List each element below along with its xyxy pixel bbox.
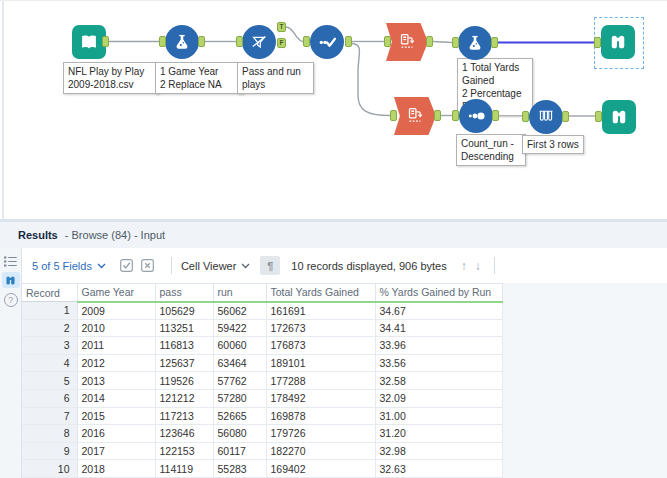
crosstab-tool-2[interactable] <box>394 97 436 135</box>
connection-select-crosstab2[interactable] <box>352 44 390 116</box>
data-cell[interactable]: 52665 <box>213 407 266 425</box>
crosstab2-output-anchor[interactable] <box>434 110 441 121</box>
browse1-input-anchor[interactable] <box>594 37 601 48</box>
data-cell[interactable]: 2015 <box>77 407 155 425</box>
data-cell[interactable]: 178492 <box>266 389 375 407</box>
formula1-output-anchor[interactable] <box>198 36 205 47</box>
fields-selector[interactable]: 5 of 5 Fields <box>32 260 106 272</box>
data-cell[interactable]: 116813 <box>155 337 213 355</box>
select-input-anchor[interactable] <box>303 36 310 47</box>
scroll-down-button[interactable]: ↓ <box>475 259 481 273</box>
data-cell[interactable]: 60117 <box>213 442 266 460</box>
data-cell[interactable]: 55283 <box>213 460 266 478</box>
data-cell[interactable]: 169878 <box>266 407 375 425</box>
filter-input-anchor[interactable] <box>236 36 243 47</box>
formula2-output-anchor[interactable] <box>491 37 498 48</box>
data-cell[interactable]: 121212 <box>155 389 213 407</box>
data-cell[interactable]: 179726 <box>266 425 375 443</box>
column-header[interactable]: Total Yards Gained <box>266 284 375 302</box>
annotation-formula1[interactable]: 1 Game Year 2 Replace NA <box>155 62 244 94</box>
data-cell[interactable]: 2014 <box>77 389 155 407</box>
data-cell[interactable]: 123646 <box>155 425 213 443</box>
row-number-cell[interactable]: 10 <box>22 460 77 478</box>
data-cell[interactable]: 31.00 <box>375 407 502 425</box>
row-number-cell[interactable]: 4 <box>22 354 77 372</box>
filter-tool[interactable] <box>242 25 276 59</box>
data-cell[interactable]: 2016 <box>77 425 155 443</box>
row-number-cell[interactable]: 6 <box>22 389 77 407</box>
data-view-button[interactable] <box>2 272 20 288</box>
data-cell[interactable]: 105629 <box>155 302 213 320</box>
crosstab1-output-anchor[interactable] <box>426 36 433 47</box>
filter-false-anchor[interactable]: F <box>277 38 286 48</box>
data-cell[interactable]: 176873 <box>266 337 375 355</box>
sort-output-anchor[interactable] <box>492 110 499 121</box>
annotation-input[interactable]: NFL Play by Play 2009-2018.csv <box>63 62 159 94</box>
data-cell[interactable]: 172673 <box>266 319 375 337</box>
row-number-cell[interactable]: 7 <box>22 407 77 425</box>
data-cell[interactable]: 119526 <box>155 372 213 390</box>
input-output-anchor[interactable] <box>102 36 109 47</box>
data-cell[interactable]: 33.96 <box>375 337 502 355</box>
row-number-cell[interactable]: 9 <box>22 442 77 460</box>
row-number-cell[interactable]: 2 <box>22 319 77 337</box>
input-data-tool[interactable] <box>72 25 106 59</box>
data-cell[interactable]: 60060 <box>213 337 266 355</box>
data-cell[interactable]: 114119 <box>155 460 213 478</box>
data-cell[interactable]: 2009 <box>77 302 155 320</box>
data-cell[interactable]: 56062 <box>213 302 266 320</box>
browse-tool-2[interactable] <box>602 100 636 134</box>
data-cell[interactable]: 34.41 <box>375 319 502 337</box>
browse-tool-1[interactable] <box>601 25 635 59</box>
browse2-input-anchor[interactable] <box>595 111 602 122</box>
cell-viewer-button[interactable]: Cell Viewer <box>181 260 250 272</box>
filter-true-anchor[interactable]: T <box>277 22 286 32</box>
select-output-anchor[interactable] <box>345 36 352 47</box>
metadata-view-button[interactable] <box>2 253 20 269</box>
sample-output-anchor[interactable] <box>562 111 569 122</box>
data-cell[interactable]: 2010 <box>77 319 155 337</box>
annotation-sample[interactable]: First 3 rows <box>522 135 584 154</box>
annotation-sort[interactable]: Count_run - Descending <box>456 134 526 166</box>
data-cell[interactable]: 113251 <box>155 319 213 337</box>
column-header[interactable]: Game Year <box>77 284 155 302</box>
data-cell[interactable]: 125637 <box>155 354 213 372</box>
data-cell[interactable]: 32.09 <box>375 389 502 407</box>
sort-tool[interactable] <box>459 99 493 133</box>
data-cell[interactable]: 32.63 <box>375 460 502 478</box>
data-cell[interactable]: 2013 <box>77 372 155 390</box>
deselect-all-fields-button[interactable] <box>141 259 154 272</box>
data-cell[interactable]: 177288 <box>266 372 375 390</box>
data-cell[interactable]: 2017 <box>77 442 155 460</box>
scroll-up-button[interactable]: ↑ <box>461 259 467 273</box>
sample-tool[interactable] <box>529 100 563 134</box>
crosstab1-input-anchor[interactable] <box>384 36 391 47</box>
data-cell[interactable]: 57280 <box>213 389 266 407</box>
row-number-cell[interactable]: 3 <box>22 337 77 355</box>
data-cell[interactable]: 32.58 <box>375 372 502 390</box>
connection-filter-select[interactable] <box>286 27 303 42</box>
data-cell[interactable]: 2018 <box>77 460 155 478</box>
data-cell[interactable]: 63464 <box>213 354 266 372</box>
data-cell[interactable]: 2011 <box>77 337 155 355</box>
formula1-input-anchor[interactable] <box>159 36 166 47</box>
formula-tool-1[interactable] <box>165 25 199 59</box>
data-cell[interactable]: 31.20 <box>375 425 502 443</box>
help-icon[interactable]: ? <box>4 293 18 307</box>
column-header[interactable]: run <box>213 284 266 302</box>
column-header[interactable]: % Yards Gained by Run <box>375 284 502 302</box>
crosstab2-input-anchor[interactable] <box>390 110 397 121</box>
data-cell[interactable]: 57762 <box>213 372 266 390</box>
data-cell[interactable]: 34.67 <box>375 302 502 320</box>
formula2-input-anchor[interactable] <box>452 37 459 48</box>
data-cell[interactable]: 169402 <box>266 460 375 478</box>
column-header[interactable]: pass <box>155 284 213 302</box>
formula-tool-2[interactable] <box>458 26 492 60</box>
data-cell[interactable]: 189101 <box>266 354 375 372</box>
data-cell[interactable]: 122153 <box>155 442 213 460</box>
sample-input-anchor[interactable] <box>522 111 529 122</box>
row-number-cell[interactable]: 8 <box>22 425 77 443</box>
data-cell[interactable]: 32.98 <box>375 442 502 460</box>
workflow-canvas[interactable]: NFL Play by Play 2009-2018.csv 1 Game Ye… <box>0 0 667 220</box>
data-cell[interactable]: 33.56 <box>375 354 502 372</box>
